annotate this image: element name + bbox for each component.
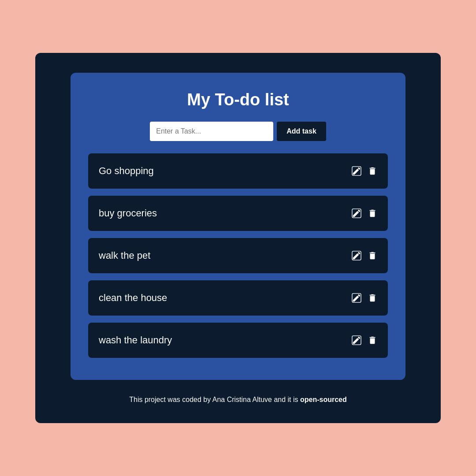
add-task-button[interactable]: Add task bbox=[277, 122, 326, 141]
task-actions bbox=[352, 293, 377, 303]
edit-icon bbox=[352, 251, 361, 260]
trash-icon bbox=[368, 166, 377, 176]
task-item: Go shopping bbox=[88, 153, 388, 189]
edit-icon bbox=[352, 166, 361, 176]
trash-icon bbox=[368, 251, 377, 260]
edit-button[interactable] bbox=[352, 166, 361, 176]
task-item: wash the laundry bbox=[88, 323, 388, 358]
delete-button[interactable] bbox=[368, 208, 377, 218]
edit-icon bbox=[352, 293, 361, 303]
task-text: Go shopping bbox=[99, 165, 154, 177]
delete-button[interactable] bbox=[368, 335, 377, 345]
edit-button[interactable] bbox=[352, 208, 361, 218]
outer-frame: My To-do list Add task Go shopping buy g… bbox=[35, 53, 441, 423]
delete-button[interactable] bbox=[368, 166, 377, 176]
edit-icon bbox=[352, 208, 361, 218]
trash-icon bbox=[368, 335, 377, 345]
edit-button[interactable] bbox=[352, 293, 361, 303]
edit-button[interactable] bbox=[352, 251, 361, 260]
trash-icon bbox=[368, 208, 377, 218]
task-actions bbox=[352, 335, 377, 345]
page-title: My To-do list bbox=[187, 90, 289, 109]
footer-plain-text: This project was coded by Ana Cristina A… bbox=[129, 396, 300, 403]
task-item: clean the house bbox=[88, 280, 388, 316]
task-text: clean the house bbox=[99, 292, 167, 304]
input-row: Add task bbox=[150, 122, 326, 141]
edit-button[interactable] bbox=[352, 335, 361, 345]
delete-button[interactable] bbox=[368, 293, 377, 303]
task-input[interactable] bbox=[150, 122, 273, 141]
edit-icon bbox=[352, 335, 361, 345]
task-actions bbox=[352, 208, 377, 218]
task-text: buy groceries bbox=[99, 208, 157, 219]
footer-bold-text: open-sourced bbox=[300, 396, 347, 403]
task-item: walk the pet bbox=[88, 238, 388, 273]
task-text: wash the laundry bbox=[99, 335, 172, 346]
task-actions bbox=[352, 166, 377, 176]
trash-icon bbox=[368, 293, 377, 303]
task-actions bbox=[352, 251, 377, 260]
task-item: buy groceries bbox=[88, 196, 388, 231]
delete-button[interactable] bbox=[368, 251, 377, 260]
card: My To-do list Add task Go shopping buy g… bbox=[71, 73, 405, 380]
task-text: walk the pet bbox=[99, 250, 150, 261]
footer: This project was coded by Ana Cristina A… bbox=[129, 396, 347, 404]
task-list: Go shopping buy groceries walk the pet c… bbox=[88, 153, 388, 358]
